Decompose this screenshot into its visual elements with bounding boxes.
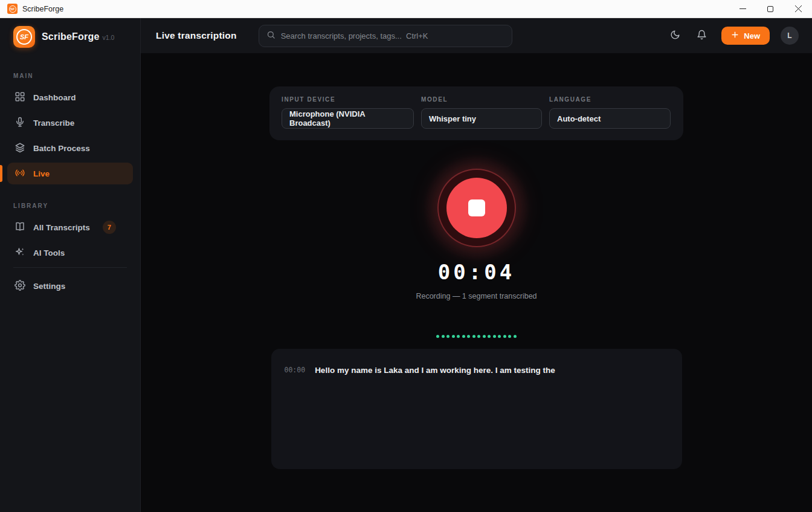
nav-section-library: LIBRARY [7, 203, 133, 209]
stop-recording-button[interactable] [446, 178, 507, 238]
segment-text: Hello my name is Laka and I am working h… [315, 365, 555, 377]
sidebar-divider [13, 267, 127, 268]
book-icon [14, 221, 25, 234]
sparkles-icon [14, 247, 25, 259]
layers-icon [14, 142, 25, 155]
sidebar-item-settings[interactable]: Settings [7, 275, 133, 297]
topbar: Live transcription [141, 18, 812, 53]
input-device-select[interactable]: Microphone (NVIDIA Broadcast) [282, 108, 414, 129]
model-label: MODEL [421, 96, 542, 103]
page-title: Live transcription [156, 30, 237, 41]
recording-timer: 00:04 [438, 260, 515, 284]
model-select[interactable]: Whisper tiny [421, 108, 542, 129]
brand: SF ScribeForgev1.0 [0, 18, 140, 56]
waveform-dots [436, 328, 517, 344]
app-icon: SF [7, 4, 18, 14]
sidebar-item-ai-tools[interactable]: AI Tools [7, 242, 133, 264]
controls-panel: INPUT DEVICE Microphone (NVIDIA Broadcas… [269, 86, 683, 140]
minimize-button[interactable] [729, 0, 756, 18]
moon-icon [670, 30, 680, 42]
gear-icon [14, 280, 25, 293]
new-button-label: New [744, 31, 760, 41]
mic-icon [14, 117, 25, 129]
segment-timestamp: 00:00 [285, 365, 306, 374]
sidebar-item-label: Settings [33, 282, 65, 291]
sidebar-item-label: AI Tools [33, 248, 65, 258]
maximize-button[interactable] [756, 0, 784, 18]
avatar[interactable]: L [781, 27, 799, 45]
search-bar[interactable] [259, 25, 512, 47]
window-title: ScribeForge [22, 5, 63, 13]
sidebar-item-label: Dashboard [33, 93, 76, 102]
language-label: LANGUAGE [549, 96, 671, 103]
bell-icon [697, 30, 707, 42]
input-device-field-group: INPUT DEVICE Microphone (NVIDIA Broadcas… [282, 96, 414, 129]
sidebar-item-label: Batch Process [33, 144, 90, 153]
brand-name: ScribeForge [42, 31, 100, 42]
sidebar-item-live[interactable]: Live [7, 163, 133, 184]
grid-icon [14, 91, 25, 104]
stop-icon [468, 199, 485, 216]
sidebar-item-transcribe[interactable]: Transcribe [7, 112, 133, 134]
notifications-button[interactable] [691, 25, 712, 46]
scribeforge-logo-icon: SF [13, 26, 35, 48]
language-select[interactable]: Auto-detect [549, 108, 671, 129]
transcript-segment: 00:00 Hello my name is Laka and I am wor… [285, 365, 669, 377]
titlebar: SF ScribeForge [0, 0, 812, 18]
close-button[interactable] [784, 0, 812, 18]
sidebar-item-label: Live [33, 169, 50, 178]
plus-icon [731, 31, 739, 41]
sidebar: SF ScribeForgev1.0 MAIN Dashboard Transc… [0, 18, 141, 512]
titlebar-left: SF ScribeForge [0, 4, 729, 14]
recording-status: Recording — 1 segment transcribed [416, 292, 536, 300]
new-button[interactable]: New [721, 27, 770, 45]
sidebar-item-batch-process[interactable]: Batch Process [7, 137, 133, 159]
active-indicator [0, 165, 2, 182]
transcripts-count-badge: 7 [103, 221, 116, 234]
search-icon [266, 30, 276, 42]
sidebar-item-dashboard[interactable]: Dashboard [7, 86, 133, 108]
model-field-group: MODEL Whisper tiny [421, 96, 542, 129]
sidebar-item-label: Transcribe [33, 118, 74, 128]
search-input[interactable] [281, 31, 504, 41]
sidebar-item-all-transcripts[interactable]: All Transcripts 7 [7, 216, 133, 238]
theme-toggle-button[interactable] [665, 25, 685, 46]
broadcast-icon [14, 167, 25, 180]
main-content: INPUT DEVICE Microphone (NVIDIA Broadcas… [141, 53, 812, 512]
sidebar-item-label: All Transcripts [33, 223, 90, 232]
language-field-group: LANGUAGE Auto-detect [549, 96, 671, 129]
nav-section-main: MAIN [7, 73, 133, 79]
transcript-panel[interactable]: 00:00 Hello my name is Laka and I am wor… [271, 349, 682, 469]
input-device-label: INPUT DEVICE [282, 96, 414, 103]
brand-version: v1.0 [103, 34, 115, 41]
